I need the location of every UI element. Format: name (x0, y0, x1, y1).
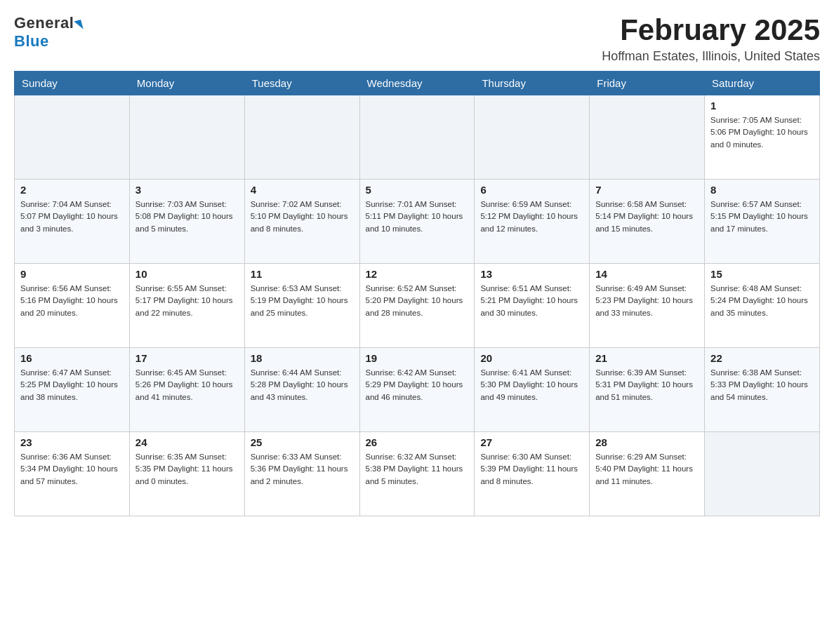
table-row: 4Sunrise: 7:02 AM Sunset: 5:10 PM Daylig… (244, 180, 359, 264)
day-info: Sunrise: 7:04 AM Sunset: 5:07 PM Dayligh… (20, 199, 124, 235)
day-info: Sunrise: 6:35 AM Sunset: 5:35 PM Dayligh… (135, 451, 239, 488)
table-row: 28Sunrise: 6:29 AM Sunset: 5:40 PM Dayli… (590, 432, 705, 516)
table-row: 24Sunrise: 6:35 AM Sunset: 5:35 PM Dayli… (129, 432, 244, 516)
day-number: 14 (595, 268, 699, 280)
day-number: 5 (366, 184, 469, 196)
header-friday: Friday (590, 72, 705, 95)
table-row: 23Sunrise: 6:36 AM Sunset: 5:34 PM Dayli… (15, 432, 130, 516)
table-row: 7Sunrise: 6:58 AM Sunset: 5:14 PM Daylig… (590, 180, 705, 264)
logo-blue-text: Blue (14, 32, 49, 50)
day-info: Sunrise: 7:05 AM Sunset: 5:06 PM Dayligh… (710, 114, 814, 151)
day-info: Sunrise: 6:51 AM Sunset: 5:21 PM Dayligh… (480, 283, 583, 319)
table-row: 13Sunrise: 6:51 AM Sunset: 5:21 PM Dayli… (475, 264, 590, 348)
day-number: 17 (135, 352, 239, 364)
day-info: Sunrise: 6:44 AM Sunset: 5:28 PM Dayligh… (251, 367, 354, 403)
day-info: Sunrise: 7:03 AM Sunset: 5:08 PM Dayligh… (135, 199, 239, 235)
table-row: 17Sunrise: 6:45 AM Sunset: 5:26 PM Dayli… (129, 348, 244, 432)
logo: General Blue (14, 14, 82, 51)
day-number: 12 (366, 268, 469, 280)
table-row: 9Sunrise: 6:56 AM Sunset: 5:16 PM Daylig… (15, 264, 130, 348)
day-number: 15 (710, 268, 814, 280)
table-row: 22Sunrise: 6:38 AM Sunset: 5:33 PM Dayli… (705, 348, 820, 432)
calendar-week-row: 23Sunrise: 6:36 AM Sunset: 5:34 PM Dayli… (15, 432, 820, 516)
day-number: 7 (595, 184, 699, 196)
table-row (475, 95, 590, 180)
table-row: 16Sunrise: 6:47 AM Sunset: 5:25 PM Dayli… (15, 348, 130, 432)
calendar-title: February 2025 (602, 14, 820, 46)
day-number: 26 (366, 436, 469, 448)
header-saturday: Saturday (705, 72, 820, 95)
table-row: 27Sunrise: 6:30 AM Sunset: 5:39 PM Dayli… (475, 432, 590, 516)
day-number: 10 (135, 268, 239, 280)
day-info: Sunrise: 6:48 AM Sunset: 5:24 PM Dayligh… (710, 283, 814, 319)
table-row: 14Sunrise: 6:49 AM Sunset: 5:23 PM Dayli… (590, 264, 705, 348)
table-row: 3Sunrise: 7:03 AM Sunset: 5:08 PM Daylig… (129, 180, 244, 264)
table-row (244, 95, 359, 180)
day-info: Sunrise: 6:33 AM Sunset: 5:36 PM Dayligh… (251, 451, 354, 488)
day-info: Sunrise: 6:45 AM Sunset: 5:26 PM Dayligh… (135, 367, 239, 403)
day-number: 25 (251, 436, 354, 448)
day-number: 19 (366, 352, 469, 364)
table-row: 10Sunrise: 6:55 AM Sunset: 5:17 PM Dayli… (129, 264, 244, 348)
day-info: Sunrise: 6:29 AM Sunset: 5:40 PM Dayligh… (595, 451, 699, 488)
table-row (129, 95, 244, 180)
table-row: 19Sunrise: 6:42 AM Sunset: 5:29 PM Dayli… (359, 348, 475, 432)
day-number: 2 (20, 184, 124, 196)
day-info: Sunrise: 6:32 AM Sunset: 5:38 PM Dayligh… (366, 451, 469, 488)
table-row (15, 95, 130, 180)
day-number: 13 (480, 268, 583, 280)
logo-top-line: General (14, 14, 82, 32)
page-header: General Blue February 2025 Hoffman Estat… (14, 14, 820, 64)
table-row: 18Sunrise: 6:44 AM Sunset: 5:28 PM Dayli… (244, 348, 359, 432)
day-info: Sunrise: 6:41 AM Sunset: 5:30 PM Dayligh… (480, 367, 583, 403)
header-sunday: Sunday (15, 72, 130, 95)
table-row: 11Sunrise: 6:53 AM Sunset: 5:19 PM Dayli… (244, 264, 359, 348)
table-row (705, 432, 820, 516)
calendar-week-row: 9Sunrise: 6:56 AM Sunset: 5:16 PM Daylig… (15, 264, 820, 348)
day-number: 6 (480, 184, 583, 196)
day-info: Sunrise: 6:59 AM Sunset: 5:12 PM Dayligh… (480, 199, 583, 235)
day-number: 16 (20, 352, 124, 364)
table-row: 15Sunrise: 6:48 AM Sunset: 5:24 PM Dayli… (705, 264, 820, 348)
day-number: 9 (20, 268, 124, 280)
day-info: Sunrise: 6:39 AM Sunset: 5:31 PM Dayligh… (595, 367, 699, 403)
logo-general-text: General (14, 14, 74, 32)
logo-bottom-line: Blue (14, 32, 49, 51)
day-number: 20 (480, 352, 583, 364)
calendar-subtitle: Hoffman Estates, Illinois, United States (602, 49, 820, 64)
day-info: Sunrise: 6:57 AM Sunset: 5:15 PM Dayligh… (710, 199, 814, 235)
day-number: 22 (710, 352, 814, 364)
table-row: 20Sunrise: 6:41 AM Sunset: 5:30 PM Dayli… (475, 348, 590, 432)
calendar-header-row: Sunday Monday Tuesday Wednesday Thursday… (15, 72, 820, 95)
calendar-week-row: 16Sunrise: 6:47 AM Sunset: 5:25 PM Dayli… (15, 348, 820, 432)
logo-triangle-icon (74, 20, 84, 31)
day-info: Sunrise: 6:52 AM Sunset: 5:20 PM Dayligh… (366, 283, 469, 319)
calendar-week-row: 2Sunrise: 7:04 AM Sunset: 5:07 PM Daylig… (15, 180, 820, 264)
calendar-week-row: 1Sunrise: 7:05 AM Sunset: 5:06 PM Daylig… (15, 95, 820, 180)
day-info: Sunrise: 6:53 AM Sunset: 5:19 PM Dayligh… (251, 283, 354, 319)
header-monday: Monday (129, 72, 244, 95)
header-thursday: Thursday (475, 72, 590, 95)
table-row: 2Sunrise: 7:04 AM Sunset: 5:07 PM Daylig… (15, 180, 130, 264)
day-number: 21 (595, 352, 699, 364)
day-info: Sunrise: 7:01 AM Sunset: 5:11 PM Dayligh… (366, 199, 469, 235)
day-number: 27 (480, 436, 583, 448)
table-row: 8Sunrise: 6:57 AM Sunset: 5:15 PM Daylig… (705, 180, 820, 264)
header-tuesday: Tuesday (244, 72, 359, 95)
day-info: Sunrise: 6:36 AM Sunset: 5:34 PM Dayligh… (20, 451, 124, 488)
day-info: Sunrise: 6:55 AM Sunset: 5:17 PM Dayligh… (135, 283, 239, 319)
day-number: 24 (135, 436, 239, 448)
table-row: 1Sunrise: 7:05 AM Sunset: 5:06 PM Daylig… (705, 95, 820, 180)
table-row (359, 95, 475, 180)
day-number: 8 (710, 184, 814, 196)
day-number: 28 (595, 436, 699, 448)
header-wednesday: Wednesday (359, 72, 475, 95)
day-number: 11 (251, 268, 354, 280)
table-row: 26Sunrise: 6:32 AM Sunset: 5:38 PM Dayli… (359, 432, 475, 516)
day-number: 4 (251, 184, 354, 196)
table-row: 25Sunrise: 6:33 AM Sunset: 5:36 PM Dayli… (244, 432, 359, 516)
day-info: Sunrise: 6:49 AM Sunset: 5:23 PM Dayligh… (595, 283, 699, 319)
day-info: Sunrise: 6:38 AM Sunset: 5:33 PM Dayligh… (710, 367, 814, 403)
day-info: Sunrise: 6:42 AM Sunset: 5:29 PM Dayligh… (366, 367, 469, 403)
day-number: 1 (710, 100, 814, 112)
